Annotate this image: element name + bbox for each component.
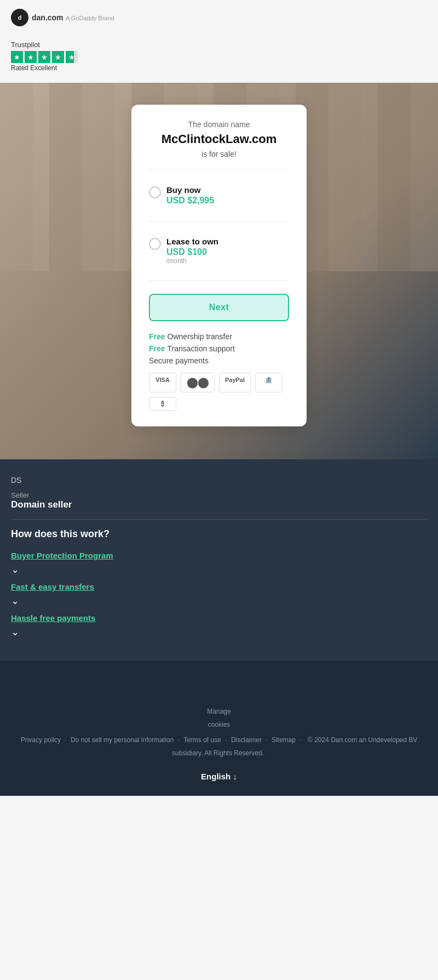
buy-now-title: Buy now [166, 185, 214, 195]
buy-now-details: Buy now USD $2,995 [166, 185, 214, 206]
domain-label: The domain name [149, 120, 289, 129]
footer-no-sell[interactable]: Do not sell my personal information [71, 736, 174, 744]
paypal-icon: PayPal [219, 373, 251, 392]
footer-links: Manage cookies Privacy policy · Do not s… [11, 677, 427, 785]
trustpilot-stars: ★ ★ ★ ★ ★ [11, 51, 427, 63]
dark-section: DS Seller Domain seller How does this wo… [0, 459, 438, 661]
lease-radio[interactable] [149, 238, 161, 250]
hero-background: The domain name McClintockLaw.com is for… [0, 83, 438, 459]
hassle-free-chevron[interactable]: ⌄ [11, 626, 427, 638]
dan-logo-text: dan.com A GoDaddy Brand [32, 13, 114, 22]
mastercard-icon: ⬤⬤ [181, 373, 215, 392]
benefit-secure: Secure payments [149, 356, 289, 365]
lease-radio-label[interactable]: Lease to own USD $100 /month [149, 237, 289, 265]
dan-logo-icon: d [11, 9, 28, 26]
footer-language-selector[interactable]: English ↓ [11, 768, 427, 785]
fast-transfers-chevron[interactable]: ⌄ [11, 595, 427, 607]
footer-sitemap[interactable]: Sitemap [272, 736, 296, 744]
bank-icon: 🏦 [255, 373, 283, 392]
how-works-title: How does this work? [11, 528, 427, 540]
footer-terms[interactable]: Terms of use [183, 736, 221, 744]
dan-logo[interactable]: d dan.com A GoDaddy Brand [11, 9, 114, 26]
seller-name: Domain seller [11, 499, 427, 510]
star-1: ★ [11, 51, 23, 63]
dark-divider [11, 519, 427, 520]
accordion-buyer-protection[interactable]: Buyer Protection Program ⌄ [11, 551, 427, 576]
benefit-ownership: Free Ownership transfer [149, 332, 289, 341]
benefits-section: Free Ownership transfer Free Transaction… [149, 332, 289, 365]
for-sale-text: is for sale! [149, 150, 289, 158]
divider-1 [149, 169, 289, 170]
lease-details: Lease to own USD $100 /month [166, 237, 218, 265]
domain-name: McClintockLaw.com [149, 132, 289, 146]
buyer-protection-label[interactable]: Buyer Protection Program [11, 551, 427, 560]
bitcoin-icon: ₿ [149, 397, 176, 411]
lease-option[interactable]: Lease to own USD $100 /month [149, 230, 289, 271]
next-button[interactable]: Next [149, 294, 289, 321]
buyer-protection-chevron[interactable]: ⌄ [11, 563, 427, 576]
star-2: ★ [25, 51, 37, 63]
footer-manage: Manage cookies [11, 705, 427, 731]
star-4: ★ [52, 51, 64, 63]
seller-initials: DS [11, 476, 427, 485]
footer-disclaimer[interactable]: Disclaimer [231, 736, 262, 744]
divider-2 [149, 221, 289, 221]
fast-transfers-label[interactable]: Fast & easy transfers [11, 582, 427, 591]
star-5: ★ [66, 51, 78, 63]
star-3: ★ [38, 51, 50, 63]
trustpilot-rated: Rated Excellent [11, 64, 427, 72]
hassle-free-label[interactable]: Hassle free payments [11, 613, 427, 623]
buy-now-radio[interactable] [149, 186, 161, 198]
buy-now-price: USD $2,995 [166, 196, 214, 206]
divider-3 [149, 280, 289, 281]
footer-legal-links: Privacy policy · Do not sell my personal… [11, 733, 427, 760]
buy-now-option[interactable]: Buy now USD $2,995 [149, 179, 289, 212]
benefit-transaction: Free Transaction support [149, 344, 289, 353]
trustpilot-label: Trustpilot [11, 41, 427, 49]
payment-icons: VISA ⬤⬤ PayPal 🏦 ₿ [149, 373, 289, 411]
header: d dan.com A GoDaddy Brand [0, 0, 438, 35]
footer-privacy[interactable]: Privacy policy [21, 736, 61, 744]
accordion-fast-transfers[interactable]: Fast & easy transfers ⌄ [11, 582, 427, 607]
buy-now-radio-label[interactable]: Buy now USD $2,995 [149, 185, 289, 206]
visa-icon: VISA [149, 373, 176, 392]
lease-price: USD $100 [166, 247, 218, 257]
footer: Manage cookies Privacy policy · Do not s… [0, 661, 438, 796]
lease-title: Lease to own [166, 237, 218, 246]
accordion-hassle-free[interactable]: Hassle free payments ⌄ [11, 613, 427, 638]
purchase-card: The domain name McClintockLaw.com is for… [131, 105, 307, 426]
seller-label: Seller [11, 491, 427, 499]
trustpilot-section: Trustpilot ★ ★ ★ ★ ★ Rated Excellent [0, 35, 438, 83]
lease-sub: /month [166, 257, 218, 265]
